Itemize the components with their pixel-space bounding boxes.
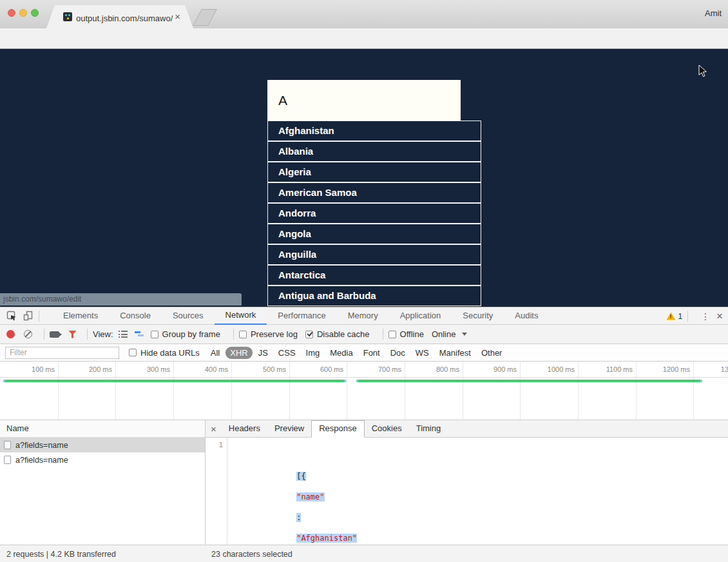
response-code-line[interactable]: [{ "name" : "Afghanistan" } ,{ "name" (227, 438, 367, 545)
resource-filter-pill[interactable]: WS (411, 347, 434, 359)
devtools-menu-icon[interactable]: ⋮ (701, 311, 710, 322)
waterfall-overview-icon[interactable] (134, 331, 144, 338)
waterfall-bar[interactable] (356, 380, 702, 382)
response-tab[interactable]: Preview (267, 420, 311, 438)
throttling-select[interactable]: Online (432, 329, 456, 339)
dropdown-item[interactable]: Anguilla (267, 244, 481, 265)
timeline-gridline (58, 362, 59, 377)
offline-label[interactable]: Offline (400, 329, 424, 339)
resource-filter-pill[interactable]: Font (359, 347, 385, 359)
dropdown-item[interactable]: Antarctica (267, 265, 481, 286)
tab-close-icon[interactable]: × (175, 12, 180, 21)
panel-divider[interactable] (205, 420, 206, 562)
close-detail-icon[interactable]: × (209, 423, 222, 434)
timeline-tick-label: 400 ms (183, 365, 228, 373)
timeline-gridline (636, 378, 637, 420)
resource-filter-pill[interactable]: Media (325, 347, 357, 359)
dropdown-item[interactable]: American Samoa (267, 182, 481, 203)
devtools-tab[interactable]: Performance (267, 307, 336, 325)
small-rows-icon[interactable] (119, 331, 128, 338)
throttling-dropdown-arrow-icon[interactable] (462, 333, 467, 336)
group-by-frame-checkbox[interactable] (151, 331, 158, 338)
filter-input[interactable] (5, 347, 119, 359)
resource-filter-pill[interactable]: All (206, 347, 224, 359)
devtools-tab[interactable]: Elements (52, 307, 109, 325)
timeline-tick-label: 700 ms (356, 365, 401, 373)
capture-screenshots-icon[interactable] (50, 331, 59, 338)
dropdown-item[interactable]: Antigua and Barbuda (267, 286, 481, 306)
response-content: 1 [{ "name" : "Afghanistan" } (206, 438, 728, 545)
disable-cache-label[interactable]: Disable cache (317, 329, 370, 339)
group-by-frame-label[interactable]: Group by frame (162, 329, 220, 339)
window-close-button[interactable] (8, 9, 15, 17)
disable-cache-checkbox[interactable] (305, 331, 313, 338)
waterfall-area[interactable] (0, 378, 728, 420)
resource-filter-pill[interactable]: Img (302, 347, 325, 359)
record-button[interactable] (6, 330, 15, 338)
timeline-gridline (347, 378, 347, 420)
devtools-tab[interactable]: Console (109, 307, 162, 325)
devtools-tabbar-right: 1 ⋮ × (666, 307, 723, 325)
resource-filter-pill[interactable]: Other (477, 347, 507, 359)
hide-data-urls-label[interactable]: Hide data URLs (140, 348, 200, 358)
link-status-bubble: jsbin.com/sumawo/edit (0, 293, 242, 305)
device-toolbar-icon[interactable] (23, 311, 34, 321)
warning-count[interactable]: 1 (678, 312, 682, 321)
inspect-element-icon[interactable] (6, 311, 17, 321)
filter-funnel-icon[interactable] (68, 331, 77, 338)
devtools-tab[interactable]: Security (452, 307, 504, 325)
resource-filter-pill[interactable]: JS (254, 347, 273, 359)
autocomplete-input[interactable] (267, 80, 461, 121)
preserve-log-checkbox[interactable] (239, 331, 247, 338)
response-tab[interactable]: Response (311, 420, 365, 438)
request-row[interactable]: a?fields=name (0, 438, 205, 452)
browser-tab[interactable]: output.jsbin.com/sumawo/ × (46, 5, 193, 28)
timeline-gridline (463, 362, 463, 377)
request-row[interactable]: a?fields=name (0, 452, 205, 467)
devtools-close-icon[interactable]: × (716, 310, 723, 323)
dropdown-item[interactable]: Andorra (267, 203, 481, 224)
devtools-tab[interactable]: Network (215, 307, 267, 325)
resource-filter-pill[interactable]: XHR (225, 347, 252, 359)
devtools-tab[interactable]: Sources (162, 307, 215, 325)
dropdown-item[interactable]: Albania (267, 141, 481, 162)
window-zoom-button[interactable] (31, 9, 39, 17)
view-label: View: (93, 329, 113, 339)
response-tab[interactable]: Headers (222, 420, 267, 438)
response-token: : (296, 513, 301, 522)
network-body: Name a?fields=name a?fields=name (0, 420, 728, 545)
devtools-tab-label: Console (120, 311, 151, 320)
offline-checkbox[interactable] (388, 331, 396, 338)
response-tab[interactable]: Cookies (365, 420, 409, 438)
clear-requests-icon[interactable] (24, 330, 32, 338)
hide-data-urls-checkbox[interactable] (129, 349, 137, 356)
resource-filter-pill[interactable]: Manifest (435, 347, 475, 359)
preserve-log-label[interactable]: Preserve log (251, 329, 298, 339)
waterfall-bar[interactable] (3, 380, 346, 382)
devtools-tab-label: Application (400, 311, 441, 320)
warning-icon[interactable] (666, 313, 675, 320)
window-minimize-button[interactable] (19, 9, 27, 17)
timeline-gridline (115, 362, 116, 377)
devtools-panel: Elements Console Sources Network Perform… (0, 307, 728, 562)
resource-filter-pill[interactable]: CSS (274, 347, 300, 359)
new-tab-button[interactable] (193, 9, 217, 26)
resource-filter-pill[interactable]: Doc (386, 347, 410, 359)
devtools-tab[interactable]: Audits (504, 307, 549, 325)
tab-title: output.jsbin.com/sumawo/ (76, 14, 173, 23)
devtools-tab[interactable]: Memory (337, 307, 389, 325)
dropdown-item[interactable]: Algeria (267, 162, 481, 182)
timeline-tick-label: 100 ms (10, 365, 55, 373)
timeline-gridline (463, 378, 463, 420)
dropdown-item[interactable]: Afghanistan (267, 121, 481, 141)
response-tab[interactable]: Timing (409, 420, 448, 438)
requests-name-header[interactable]: Name (0, 420, 205, 438)
devtools-tab-label: Elements (63, 311, 98, 320)
response-tabbar: × Headers Preview Response Cookies Timin… (206, 420, 728, 438)
mac-titlebar: output.jsbin.com/sumawo/ × Amit (0, 0, 728, 28)
toolbar-separator (383, 329, 383, 340)
devtools-tab[interactable]: Application (389, 307, 452, 325)
response-token: "name" (296, 492, 324, 501)
dropdown-item[interactable]: Angola (267, 224, 481, 244)
timeline-gridline (173, 362, 174, 377)
